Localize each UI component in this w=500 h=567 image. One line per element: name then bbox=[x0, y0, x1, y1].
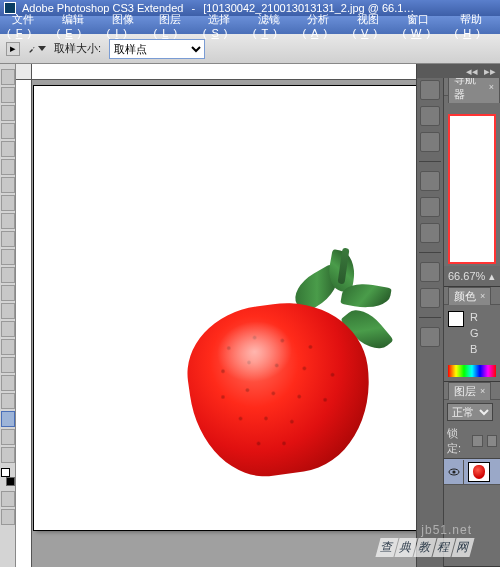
styles-icon[interactable] bbox=[420, 223, 440, 243]
menu-filter[interactable]: 滤镜(T) bbox=[248, 12, 298, 39]
svg-point-1 bbox=[452, 470, 455, 473]
swatches-icon[interactable] bbox=[420, 197, 440, 217]
image-strawberry bbox=[182, 244, 402, 484]
tool-history[interactable] bbox=[1, 231, 15, 247]
navigator-panel: 导航器× 66.67% ▴ bbox=[444, 78, 500, 287]
lock-pixels-icon[interactable] bbox=[487, 435, 497, 447]
tool-eraser[interactable] bbox=[1, 249, 15, 265]
panels-dock: ◂◂▸▸ 导航器× 66.67% ▴ bbox=[416, 64, 500, 567]
navigator-icon[interactable] bbox=[420, 80, 440, 100]
layers-tab[interactable]: 图层× bbox=[448, 382, 491, 400]
color-icon[interactable] bbox=[420, 171, 440, 191]
tool-eyedropper[interactable] bbox=[1, 411, 15, 427]
sample-size-select[interactable]: 取样点 bbox=[109, 39, 205, 59]
sample-size-label: 取样大小: bbox=[54, 41, 101, 56]
tool-lasso[interactable] bbox=[1, 105, 15, 121]
layer-thumbnail[interactable] bbox=[468, 462, 490, 482]
menu-view[interactable]: 视图(V) bbox=[347, 12, 397, 39]
color-swatch-pair[interactable] bbox=[448, 311, 464, 355]
ruler-origin[interactable] bbox=[16, 64, 32, 80]
menu-edit[interactable]: 编辑(E) bbox=[52, 12, 102, 39]
tool-preset-picker[interactable]: ▸ bbox=[6, 42, 20, 56]
tool-move[interactable] bbox=[1, 69, 15, 85]
close-icon[interactable]: × bbox=[480, 291, 485, 301]
close-icon[interactable]: × bbox=[489, 82, 494, 92]
canvas-area bbox=[16, 64, 416, 567]
document-viewport[interactable] bbox=[32, 80, 416, 567]
tool-hand[interactable] bbox=[1, 429, 15, 445]
tool-gradient[interactable] bbox=[1, 267, 15, 283]
tool-path[interactable] bbox=[1, 357, 15, 373]
tool-type[interactable] bbox=[1, 339, 15, 355]
tool-heal[interactable] bbox=[1, 177, 15, 193]
menu-file[interactable]: 文件(F) bbox=[2, 12, 52, 39]
lock-label: 锁定: bbox=[447, 426, 468, 456]
menu-window[interactable]: 窗口(W) bbox=[397, 12, 449, 39]
layers-icon[interactable] bbox=[420, 327, 440, 347]
menu-help[interactable]: 帮助(H) bbox=[450, 12, 500, 39]
tool-slice[interactable] bbox=[1, 159, 15, 175]
tool-zoom[interactable] bbox=[1, 447, 15, 463]
tool-wand[interactable] bbox=[1, 123, 15, 139]
document-canvas[interactable] bbox=[34, 86, 416, 530]
color-tab[interactable]: 颜色× bbox=[448, 287, 491, 305]
dock-collapse-bar[interactable]: ◂◂▸▸ bbox=[417, 64, 500, 78]
menu-analysis[interactable]: 分析(A) bbox=[297, 12, 347, 39]
panel-icon-strip bbox=[417, 64, 444, 567]
close-icon[interactable]: × bbox=[480, 386, 485, 396]
zoom-value[interactable]: 66.67% bbox=[448, 270, 485, 282]
ruler-horizontal[interactable] bbox=[32, 64, 416, 80]
color-spectrum[interactable] bbox=[448, 365, 496, 377]
histogram-icon[interactable] bbox=[420, 106, 440, 126]
navigator-thumbnail[interactable] bbox=[448, 114, 496, 264]
tool-brush[interactable] bbox=[1, 195, 15, 211]
menu-layer[interactable]: 图层(L) bbox=[149, 12, 198, 39]
color-panel: 颜色× R G B bbox=[444, 287, 500, 382]
tool-dodge[interactable] bbox=[1, 303, 15, 319]
screenmode[interactable] bbox=[1, 509, 15, 525]
character-icon[interactable] bbox=[420, 262, 440, 282]
blend-mode-select[interactable]: 正常 bbox=[447, 403, 493, 421]
tool-shape[interactable] bbox=[1, 375, 15, 391]
ruler-vertical[interactable] bbox=[16, 80, 32, 567]
tool-blur[interactable] bbox=[1, 285, 15, 301]
tool-crop[interactable] bbox=[1, 141, 15, 157]
paragraph-icon[interactable] bbox=[420, 288, 440, 308]
lock-transparency-icon[interactable] bbox=[472, 435, 482, 447]
zoom-out-icon[interactable]: ▴ bbox=[489, 270, 495, 283]
menu-select[interactable]: 选择(S) bbox=[198, 12, 248, 39]
tool-pen[interactable] bbox=[1, 321, 15, 337]
info-icon[interactable] bbox=[420, 132, 440, 152]
layers-panel: 图层× 正常 锁定: bbox=[444, 382, 500, 567]
eyedropper-icon[interactable] bbox=[28, 40, 46, 58]
tools-palette bbox=[0, 64, 16, 567]
tool-marquee[interactable] bbox=[1, 87, 15, 103]
tool-stamp[interactable] bbox=[1, 213, 15, 229]
menu-bar[interactable]: 文件(F) 编辑(E) 图像(I) 图层(L) 选择(S) 滤镜(T) 分析(A… bbox=[0, 16, 500, 34]
visibility-eye-icon[interactable] bbox=[444, 460, 464, 484]
menu-image[interactable]: 图像(I) bbox=[102, 12, 149, 39]
layer-row[interactable] bbox=[444, 459, 500, 485]
tool-notes[interactable] bbox=[1, 393, 15, 409]
quickmask[interactable] bbox=[1, 491, 15, 507]
color-swatches[interactable] bbox=[1, 468, 15, 486]
